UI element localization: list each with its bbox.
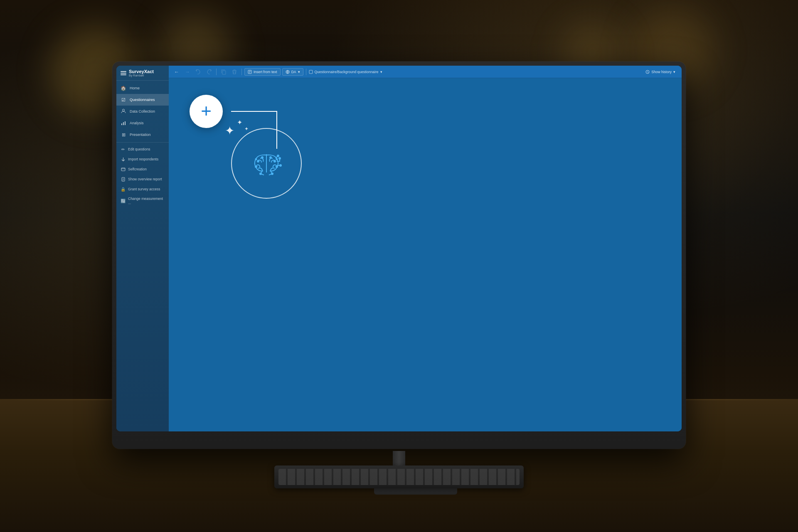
ai-brain-circle <box>231 128 302 199</box>
selfcreation-icon <box>121 167 126 172</box>
svg-point-12 <box>274 160 276 162</box>
svg-point-22 <box>260 173 261 175</box>
sidebar-item-grant-survey-access[interactable]: 🔒 Grant survey access <box>116 184 169 194</box>
brain-icon <box>246 143 287 184</box>
sidebar-item-questionnaires[interactable]: ☑ Questionnaires <box>116 94 169 106</box>
analysis-icon <box>121 120 126 126</box>
forward-button[interactable]: → <box>183 67 192 76</box>
svg-rect-5 <box>122 177 125 181</box>
presentation-icon: ⊞ <box>121 132 126 138</box>
svg-rect-1 <box>121 123 122 125</box>
keyboard <box>274 466 524 488</box>
toolbar-separator-1 <box>216 69 217 75</box>
report-icon <box>121 177 126 182</box>
svg-point-16 <box>270 157 271 158</box>
svg-rect-9 <box>309 70 313 74</box>
insert-from-text-label: Insert from text <box>254 70 277 74</box>
add-question-button[interactable]: + <box>190 95 223 128</box>
sidebar: SurveyXact By Rambøll 🏠 Home ☑ Questionn… <box>116 66 169 431</box>
svg-point-15 <box>261 157 263 158</box>
data-collection-icon <box>121 108 126 114</box>
sidebar-item-edit-questions[interactable]: ✏ Edit questions <box>116 144 169 154</box>
sidebar-navigation: 🏠 Home ☑ Questionnaires <box>116 81 169 431</box>
edit-icon: ✏ <box>121 147 126 152</box>
svg-point-23 <box>271 173 273 175</box>
svg-point-20 <box>280 165 281 166</box>
sparkle-small-1-icon: ✦ <box>237 118 242 126</box>
language-chevron: ▾ <box>298 70 300 74</box>
sidebar-item-import-respondents[interactable]: Import respondents <box>116 154 169 164</box>
svg-point-0 <box>123 109 125 111</box>
show-history-label: Show history <box>651 70 672 74</box>
canvas-area: + ✦ ✦ ✦ <box>169 78 682 431</box>
sidebar-item-label: Data Collection <box>130 109 155 113</box>
sidebar-divider <box>116 142 169 143</box>
svg-rect-4 <box>121 168 125 171</box>
sidebar-item-home[interactable]: 🏠 Home <box>116 82 169 94</box>
svg-point-14 <box>276 166 278 167</box>
breadcrumb-chevron: ▾ <box>380 70 382 74</box>
sidebar-sub-label: Import respondents <box>128 157 158 161</box>
brand-sub: By Rambøll <box>129 74 154 77</box>
sidebar-sub-label: Show overview report <box>128 177 162 181</box>
import-icon <box>121 157 126 162</box>
menu-icon[interactable] <box>121 71 126 75</box>
sidebar-item-change-measurement[interactable]: 🔄 Change measurement ... <box>116 194 169 207</box>
sidebar-item-data-collection[interactable]: Data Collection <box>116 106 169 117</box>
sidebar-item-analysis[interactable]: Analysis <box>116 117 169 129</box>
svg-point-17 <box>276 159 278 160</box>
sidebar-item-label: Presentation <box>130 133 151 137</box>
toolbar-separator-3 <box>306 69 306 75</box>
copy-button[interactable] <box>219 67 228 76</box>
sparkle-large-icon: ✦ <box>225 124 234 138</box>
undo-button[interactable] <box>194 67 203 76</box>
show-history-button[interactable]: Show history ▾ <box>643 69 678 75</box>
refresh-icon: 🔄 <box>121 198 126 203</box>
sidebar-item-selfcreation[interactable]: Selfcreation <box>116 164 169 174</box>
toolbar-separator-2 <box>241 69 242 75</box>
sidebar-sub-label: Change measurement ... <box>128 197 165 205</box>
svg-rect-6 <box>222 71 226 74</box>
svg-point-13 <box>255 166 257 167</box>
questionnaires-icon: ☑ <box>121 97 126 103</box>
svg-rect-3 <box>125 121 126 125</box>
breadcrumb: Questionnaire/Background questionnaire ▾ <box>309 70 382 74</box>
svg-point-21 <box>277 155 279 157</box>
insert-from-text-button[interactable]: Insert from text <box>244 68 281 76</box>
language-selector[interactable]: DA ▾ <box>282 68 303 76</box>
svg-point-11 <box>257 160 259 162</box>
monitor: SurveyXact By Rambøll 🏠 Home ☑ Questionn… <box>112 62 686 449</box>
home-icon: 🏠 <box>121 85 126 91</box>
back-button[interactable]: ← <box>172 67 181 76</box>
show-history-chevron: ▾ <box>673 70 675 74</box>
sidebar-header: SurveyXact By Rambøll <box>116 66 169 81</box>
svg-point-19 <box>279 158 281 159</box>
language-label: DA <box>291 70 296 74</box>
sidebar-item-show-overview-report[interactable]: Show overview report <box>116 174 169 184</box>
sidebar-sub-label: Grant survey access <box>128 187 160 191</box>
sidebar-item-label: Questionnaires <box>130 98 155 102</box>
sidebar-sub-label: Edit questions <box>128 147 150 151</box>
toolbar: ← → <box>169 66 682 78</box>
sparkle-small-2-icon: ✦ <box>244 126 249 132</box>
sidebar-item-presentation[interactable]: ⊞ Presentation <box>116 129 169 140</box>
brand-block: SurveyXact By Rambøll <box>129 69 154 77</box>
monitor-screen: SurveyXact By Rambøll 🏠 Home ☑ Questionn… <box>116 66 682 431</box>
sidebar-sub-label: Selfcreation <box>128 167 147 171</box>
svg-rect-2 <box>123 122 124 125</box>
sidebar-item-label: Analysis <box>130 121 144 125</box>
svg-point-18 <box>256 159 257 160</box>
brand-name: SurveyXact <box>129 69 154 74</box>
sidebar-item-label: Home <box>130 86 140 90</box>
delete-button[interactable] <box>230 67 239 76</box>
main-content: ← → <box>169 66 682 431</box>
monitor-bezel: SurveyXact By Rambøll 🏠 Home ☑ Questionn… <box>112 62 686 449</box>
plus-icon: + <box>201 102 212 120</box>
lock-icon: 🔒 <box>121 187 126 192</box>
redo-button[interactable] <box>204 67 214 76</box>
breadcrumb-text: Questionnaire/Background questionnaire <box>315 70 379 74</box>
